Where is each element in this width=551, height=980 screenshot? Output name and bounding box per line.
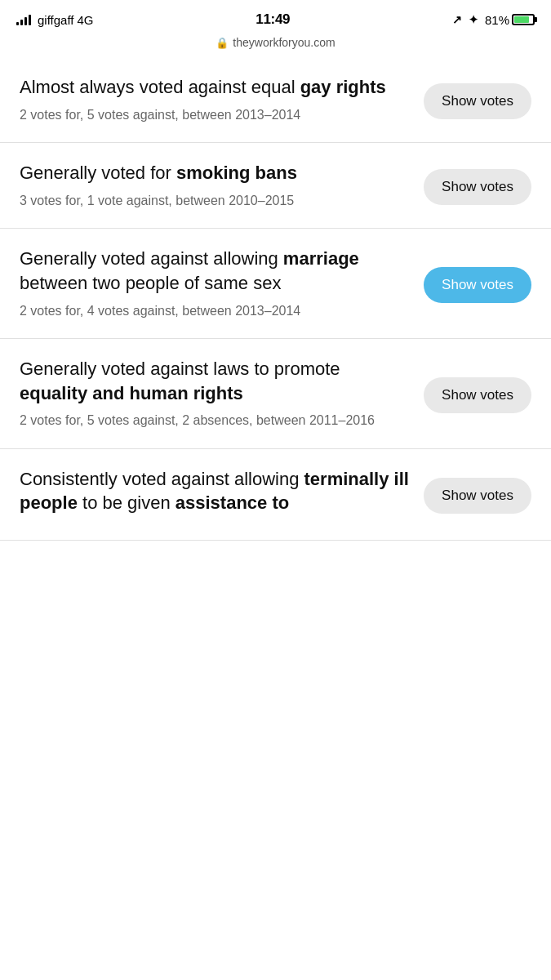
- policy-meta-smoking-bans: 3 votes for, 1 vote against, between 201…: [20, 192, 411, 210]
- bluetooth-icon: ✦: [469, 13, 478, 26]
- policy-meta-marriage: 2 votes for, 4 votes against, between 20…: [20, 302, 411, 320]
- policy-bold-marriage: marriage: [283, 248, 359, 269]
- policy-bold-assistance: assistance to: [176, 492, 289, 513]
- policy-heading-gay-rights: Almost always voted against equal gay ri…: [20, 75, 411, 100]
- signal-bars-icon: [16, 14, 31, 25]
- policy-list: Almost always voted against equal gay ri…: [0, 57, 551, 541]
- show-votes-button-equality[interactable]: Show votes: [424, 377, 531, 413]
- status-right: ↗ ✦ 81%: [452, 13, 535, 27]
- url-text: theyworkforyou.com: [233, 36, 335, 49]
- status-bar: giffgaff 4G 11:49 ↗ ✦ 81%: [0, 0, 551, 33]
- policy-bold-equality: equality and human rights: [20, 383, 243, 403]
- policy-text-gay-rights: Almost always voted against equal gay ri…: [20, 75, 411, 124]
- policy-item-smoking-bans: Generally voted for smoking bans 3 votes…: [0, 143, 551, 229]
- policy-heading-equality: Generally voted against laws to promote …: [20, 357, 411, 405]
- policy-item-equality: Generally voted against laws to promote …: [0, 339, 551, 449]
- policy-heading-marriage: Generally voted against allowing marriag…: [20, 247, 411, 295]
- location-icon: ↗: [452, 13, 462, 26]
- lock-icon: 🔒: [216, 37, 229, 49]
- url-bar[interactable]: 🔒 theyworkforyou.com: [0, 33, 551, 57]
- battery-fill: [514, 16, 529, 23]
- network-type-label: 4G: [78, 13, 94, 27]
- policy-text-marriage: Generally voted against allowing marriag…: [20, 247, 411, 320]
- policy-heading-assisted-dying: Consistently voted against allowing term…: [20, 467, 411, 515]
- show-votes-button-smoking-bans[interactable]: Show votes: [424, 169, 531, 205]
- policy-text-assisted-dying: Consistently voted against allowing term…: [20, 467, 411, 522]
- policy-bold-smoking-bans: smoking bans: [176, 163, 297, 183]
- show-votes-button-marriage[interactable]: Show votes: [424, 267, 531, 303]
- show-votes-button-assisted-dying[interactable]: Show votes: [424, 478, 531, 514]
- battery-percent: 81%: [485, 13, 509, 27]
- policy-bold-gay-rights: gay rights: [300, 77, 386, 97]
- battery-icon: [512, 14, 535, 25]
- carrier-label: giffgaff: [38, 13, 74, 27]
- time-label: 11:49: [256, 11, 290, 28]
- battery-wrapper: 81%: [485, 13, 535, 27]
- status-left: giffgaff 4G: [16, 13, 94, 27]
- policy-meta-gay-rights: 2 votes for, 5 votes against, between 20…: [20, 106, 411, 124]
- policy-text-equality: Generally voted against laws to promote …: [20, 357, 411, 430]
- policy-item-assisted-dying: Consistently voted against allowing term…: [0, 449, 551, 541]
- policy-item-gay-rights: Almost always voted against equal gay ri…: [0, 57, 551, 143]
- show-votes-button-gay-rights[interactable]: Show votes: [424, 83, 531, 119]
- policy-item-marriage: Generally voted against allowing marriag…: [0, 229, 551, 339]
- policy-text-smoking-bans: Generally voted for smoking bans 3 votes…: [20, 161, 411, 210]
- policy-meta-equality: 2 votes for, 5 votes against, 2 absences…: [20, 412, 411, 430]
- policy-heading-smoking-bans: Generally voted for smoking bans: [20, 161, 411, 185]
